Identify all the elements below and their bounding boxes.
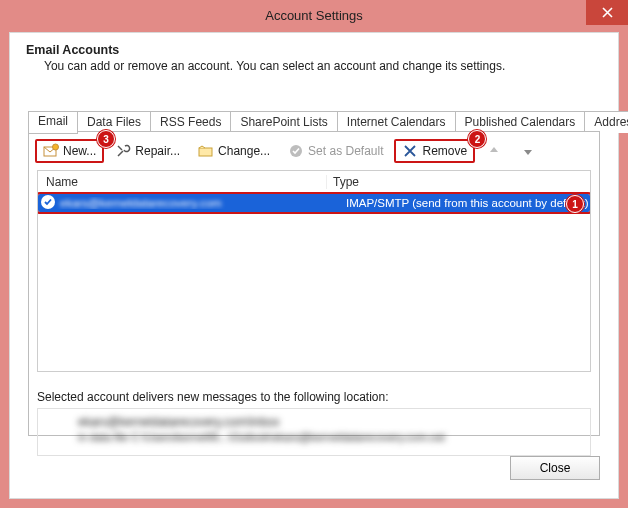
x-icon xyxy=(402,143,418,159)
account-type-cell: IMAP/SMTP (send from this account by def… xyxy=(340,197,590,209)
header: Email Accounts You can add or remove an … xyxy=(10,33,618,79)
delivery-text: Selected account delivers new messages t… xyxy=(37,390,591,404)
move-down-button xyxy=(513,140,543,162)
remove-button-label: Remove xyxy=(422,144,467,158)
tab-address-books[interactable]: Address Books xyxy=(584,111,628,133)
svg-point-1 xyxy=(53,144,59,150)
window-title: Account Settings xyxy=(265,8,363,23)
close-button[interactable]: Close xyxy=(510,456,600,480)
account-list: Name Type ekars@kerneldatarecovery.com I… xyxy=(37,170,591,372)
tab-strip: Email Data Files RSS Feeds SharePoint Li… xyxy=(28,111,600,131)
delivery-section: Selected account delivers new messages t… xyxy=(37,390,591,404)
remove-button[interactable]: Remove xyxy=(394,139,475,163)
arrow-up-icon xyxy=(486,143,502,159)
check-circle-icon xyxy=(288,143,304,159)
folder-change-icon xyxy=(198,143,214,159)
delivery-location-box: ekars@kerneldatarecovery.com\Inbox in da… xyxy=(37,408,591,456)
tab-internet-calendars[interactable]: Internet Calendars xyxy=(337,111,456,133)
set-default-button: Set as Default xyxy=(281,140,390,162)
header-title: Email Accounts xyxy=(26,43,602,57)
repair-button[interactable]: Repair... xyxy=(108,140,187,162)
change-button[interactable]: Change... xyxy=(191,140,277,162)
new-button-label: New... xyxy=(63,144,96,158)
account-row[interactable]: ekars@kerneldatarecovery.com IMAP/SMTP (… xyxy=(38,194,590,212)
tab-data-files[interactable]: Data Files xyxy=(77,111,151,133)
title-bar: Account Settings xyxy=(0,0,628,32)
list-header: Name Type xyxy=(38,171,590,194)
repair-button-label: Repair... xyxy=(135,144,180,158)
new-button[interactable]: New... xyxy=(35,139,104,163)
toolbar: New... 3 Repair... Change... xyxy=(29,132,599,166)
column-header-name[interactable]: Name xyxy=(38,175,327,189)
window-close-button[interactable] xyxy=(586,0,628,25)
change-button-label: Change... xyxy=(218,144,270,158)
dialog-footer: Close xyxy=(510,456,600,480)
delivery-line1: ekars@kerneldatarecovery.com\Inbox xyxy=(78,415,582,429)
tab-email[interactable]: Email xyxy=(28,111,78,134)
dialog-panel: Email Accounts You can add or remove an … xyxy=(9,32,619,499)
delivery-line2: in data file C:\Users\kernel95...\Outloo… xyxy=(78,431,582,443)
tab-content: New... 3 Repair... Change... xyxy=(28,131,600,436)
mail-new-icon xyxy=(43,143,59,159)
tab-rss-feeds[interactable]: RSS Feeds xyxy=(150,111,231,133)
column-header-type[interactable]: Type xyxy=(327,175,590,189)
annotation-badge-1: 1 xyxy=(566,195,584,213)
tools-icon xyxy=(115,143,131,159)
arrow-down-icon xyxy=(520,143,536,159)
svg-rect-2 xyxy=(199,148,212,156)
set-default-button-label: Set as Default xyxy=(308,144,383,158)
tab-sharepoint-lists[interactable]: SharePoint Lists xyxy=(230,111,337,133)
header-subtitle: You can add or remove an account. You ca… xyxy=(44,59,602,73)
move-up-button xyxy=(479,140,509,162)
account-name-cell: ekars@kerneldatarecovery.com xyxy=(38,197,340,209)
